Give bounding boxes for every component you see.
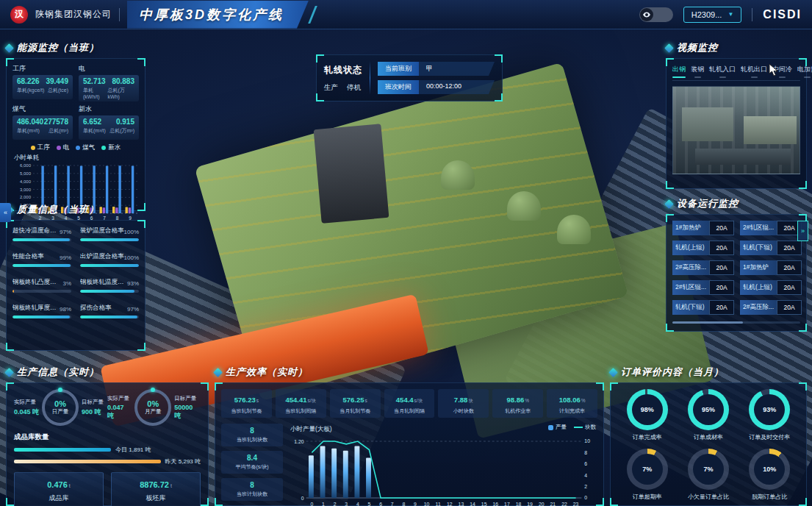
legend-label: 新水	[108, 143, 121, 152]
efficiency-card: 454.41s/块当班轧制间隔	[276, 389, 326, 418]
device-current-value: 20A	[777, 280, 802, 295]
quality-metric-label: 钢板终轧厚度命中率	[12, 304, 60, 313]
order-gauge: 93%订单及时交付率	[742, 389, 797, 441]
panel-orders: 订单评价内容（当月） 98%订单完成率95%订单成材率93%订单及时交付率7%订…	[610, 366, 807, 506]
tab-indicator	[751, 76, 758, 78]
energy-chart-title: 小时单耗	[14, 154, 139, 163]
device-current-value: 20A	[709, 280, 734, 295]
quality-progress-bar	[12, 264, 71, 267]
order-gauge-label: 脱期订单占比	[752, 493, 787, 501]
quality-metric-label: 钢板终轧凸度命中率	[12, 278, 60, 287]
energy-value: 52.713	[83, 77, 108, 85]
quality-progress-fill	[12, 316, 70, 318]
panel-production-info: 生产信息（实时） 实际产量 0.045 吨 0% 日产量 目标产量 900 吨	[6, 366, 209, 506]
actual-output-label: 实际产量	[107, 395, 132, 402]
svg-text:22: 22	[561, 502, 567, 506]
quality-metric: 性能合格率99%	[12, 252, 71, 267]
order-gauge-value: 93%	[754, 394, 785, 425]
efficiency-card-label: 计划完成率	[548, 407, 596, 415]
frame-corner	[6, 343, 14, 351]
panel-line-status: 轧线状态 生产停机 当前班别甲班次时间00:00-12:00	[316, 54, 503, 101]
device-name: 2#轧区辊...	[740, 221, 777, 235]
quality-progress-bar	[80, 264, 139, 267]
order-gauge-label: 小欠量订单占比	[688, 493, 729, 501]
svg-text:19: 19	[527, 502, 533, 506]
svg-text:17: 17	[504, 502, 510, 506]
quality-metric-value: 93%	[127, 280, 139, 287]
video-tab-电加热[interactable]: 电加热	[797, 65, 812, 78]
energy-legend: 工序电煤气新水	[12, 143, 139, 152]
heat-number-dropdown[interactable]: H2309... ▼	[683, 7, 742, 23]
quality-metric: 出炉温度合格率100%	[80, 252, 139, 267]
quality-progress-bar	[12, 316, 71, 318]
left-collapse-tab[interactable]: «	[0, 203, 11, 222]
panel-devices: 设备运行监控 » 1#加热炉20A2#轧区辊...20A轧机(上辊)20A轧机(…	[666, 197, 807, 332]
status-badge: 当前班别甲	[378, 62, 495, 76]
video-tab-轧机出口[interactable]: 轧机出口	[741, 65, 767, 78]
video-tab-装钢[interactable]: 装钢	[691, 65, 704, 78]
cisdi-logo: CISDI	[763, 8, 802, 21]
efficiency-side-card: 8当班计划块数	[221, 478, 283, 501]
svg-text:8: 8	[584, 450, 587, 455]
energy-group-card: 486.040单耗(m³/t)277578总耗(m³)	[12, 115, 73, 140]
device-current-value: 20A	[777, 240, 802, 255]
chevron-down-icon: ▼	[727, 11, 733, 18]
legend-label: 工序	[37, 143, 50, 152]
video-tab-轧机入口[interactable]: 轧机入口	[709, 65, 736, 78]
frame-corner	[201, 382, 209, 391]
device-current-value: 20A	[777, 260, 802, 275]
efficiency-card-value: 576.23s	[223, 392, 270, 405]
diamond-icon	[664, 43, 674, 53]
energy-unit: 单耗(m³/t)	[83, 127, 106, 135]
panel-collapse-arrow[interactable]: »	[797, 221, 808, 241]
svg-text:5: 5	[368, 502, 371, 506]
legend-item: 停机	[347, 83, 361, 93]
video-tab-出钢[interactable]: 出钢	[672, 65, 686, 78]
efficiency-card: 576.23s当班轧制节奏	[221, 389, 272, 418]
order-gauge-value: 95%	[693, 394, 724, 425]
video-tabs: 出钢装钢轧机入口轧机出口中间冷电加热	[672, 65, 800, 81]
device-row: 2#高压除...20A	[740, 300, 802, 315]
device-row: 轧机(下辊)20A	[740, 240, 802, 255]
svg-text:13: 13	[459, 502, 464, 506]
quality-metric: 探伤合格率97%	[80, 304, 139, 318]
device-name: 轧机(下辊)	[740, 240, 777, 255]
quality-progress-bar	[80, 290, 139, 293]
energy-unit: 单耗(kWh/t)	[83, 87, 108, 99]
frame-corner	[610, 382, 618, 391]
efficiency-card: 98.86%轧机作业率	[492, 389, 543, 418]
order-gauge: 7%订单超期率	[619, 449, 675, 501]
svg-text:12: 12	[447, 502, 453, 506]
video-feed[interactable]	[672, 86, 800, 174]
energy-group-name: 工序	[12, 64, 73, 74]
quality-metric-label: 性能合格率	[12, 252, 44, 261]
quality-metric-label: 出炉温度合格率	[80, 252, 124, 261]
panel-energy: 能源监控（当班） 工序68.226单耗(kgce/t)39.449总耗(tce)…	[6, 41, 145, 211]
visibility-toggle[interactable]	[639, 7, 673, 22]
video-machinery-block	[695, 149, 791, 165]
svg-text:11: 11	[436, 502, 441, 506]
order-gauge: 98%订单完成率	[619, 389, 675, 441]
quality-progress-fill	[80, 264, 139, 267]
energy-group-name: 煤气	[12, 104, 73, 114]
svg-text:0: 0	[301, 496, 304, 501]
quality-metric: 钢板终轧温度命中率93%	[80, 278, 139, 293]
target-output-label: 目标产量	[174, 395, 201, 402]
svg-text:18: 18	[516, 502, 522, 506]
quality-metric: 钢板终轧厚度命中率98%	[12, 304, 71, 318]
energy-group-card: 68.226单耗(kgce/t)39.449总耗(tce)	[12, 75, 73, 99]
panel-energy-title: 能源监控（当班）	[6, 41, 145, 54]
svg-text:23: 23	[573, 502, 579, 506]
quality-progress-bar	[12, 238, 71, 241]
quality-progress-bar	[12, 290, 71, 293]
legend-label: 电	[63, 143, 70, 152]
quality-metric-value: 3%	[62, 280, 71, 287]
legend-item: 新水	[101, 143, 121, 152]
device-row: 轧机(下辊)20A	[672, 300, 734, 315]
inventory-card-value: 0.476t	[18, 477, 100, 491]
device-scrollbar[interactable]	[672, 321, 800, 324]
diamond-icon	[664, 199, 674, 209]
legend-dot	[76, 146, 80, 150]
energy-value: 0.915	[116, 118, 134, 126]
panel-production-efficiency-title: 生产效率（实时）	[215, 366, 604, 379]
